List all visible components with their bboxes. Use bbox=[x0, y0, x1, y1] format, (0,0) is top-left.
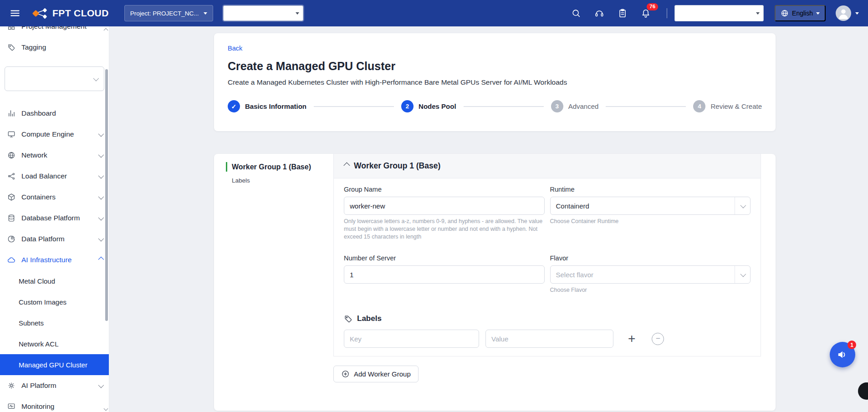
step-nodes-pool[interactable]: 2 Nodes Pool bbox=[401, 100, 456, 112]
sidebar-item-label: Dashboard bbox=[21, 109, 56, 117]
sidebar-item-compute-engine[interactable]: Compute Engine bbox=[0, 124, 109, 145]
number-of-server-label: Number of Server bbox=[344, 254, 545, 262]
search-icon[interactable] bbox=[571, 8, 582, 19]
step-review-create[interactable]: 4 Review & Create bbox=[693, 100, 762, 112]
sidebar-item-network[interactable]: Network bbox=[0, 145, 109, 166]
sidebar: Project Management Tagging Dashboard bbox=[0, 26, 109, 412]
chevron-down-icon bbox=[735, 197, 750, 214]
sidebar-item-label: Project Management bbox=[21, 26, 87, 31]
sidebar-item-label: Network bbox=[21, 151, 47, 159]
step-number: 4 bbox=[693, 100, 705, 112]
sidebar-item-data-platform[interactable]: Data Platform bbox=[0, 229, 109, 249]
chevron-down-icon bbox=[98, 152, 104, 158]
grid-icon bbox=[7, 26, 15, 31]
project-selector[interactable]: Project: PROJECT_NC... bbox=[124, 5, 213, 21]
runtime-field: Runtime Containerd Choose Container Runt… bbox=[550, 186, 751, 241]
sidebar-subitem-subnets[interactable]: Subnets bbox=[0, 312, 109, 333]
monitoring-icon bbox=[7, 402, 15, 411]
sidebar-subitem-network-acl[interactable]: Network ACL bbox=[0, 333, 109, 354]
number-of-server-input[interactable] bbox=[344, 265, 545, 284]
topbar-secondary-select[interactable] bbox=[674, 5, 764, 21]
sidebar-item-containers[interactable]: Containers bbox=[0, 187, 109, 208]
globe-icon bbox=[781, 9, 789, 17]
sidebar-item-database-platform[interactable]: Database Platform bbox=[0, 208, 109, 229]
chevron-down-icon bbox=[98, 193, 104, 199]
sidebar-item-project-management[interactable]: Project Management bbox=[0, 26, 109, 37]
main-content: Back Create a Managed GPU Cluster Create… bbox=[109, 26, 868, 412]
clipboard-icon[interactable] bbox=[617, 8, 628, 19]
sidebar-item-label: Containers bbox=[21, 193, 56, 201]
sidebar-item-load-balancer[interactable]: Load Balancer bbox=[0, 166, 109, 187]
label-key-input[interactable] bbox=[344, 330, 479, 348]
runtime-select[interactable]: Containerd bbox=[550, 197, 751, 215]
flavor-label: Flavor bbox=[550, 254, 751, 262]
fpt-cloud-logo[interactable]: FPT CLOUD bbox=[32, 6, 109, 20]
sidebar-item-ai-platform[interactable]: AI Platform bbox=[0, 375, 109, 396]
sidebar-subitem-metal-cloud[interactable]: Metal Cloud bbox=[0, 270, 109, 291]
chevron-down-icon bbox=[296, 12, 299, 15]
sidebar-subitem-label: Subnets bbox=[19, 319, 44, 327]
sidebar-scrollbar-thumb[interactable] bbox=[105, 69, 108, 321]
chevron-down-icon bbox=[98, 131, 104, 137]
wizard-header-card: Back Create a Managed GPU Cluster Create… bbox=[214, 33, 776, 131]
nodes-pool-card: Worker Group 1 (Base) Labels Worker Grou… bbox=[214, 154, 776, 411]
step-basics-information[interactable]: ✓ Basics Information bbox=[228, 100, 306, 112]
sidebar-item-tagging[interactable]: Tagging bbox=[0, 37, 109, 58]
sidebar-subitem-custom-images[interactable]: Custom Images bbox=[0, 291, 109, 312]
step-label: Advanced bbox=[568, 102, 599, 110]
flavor-placeholder: Select flavor bbox=[556, 271, 594, 279]
pie-chart-icon bbox=[7, 235, 15, 243]
worker-group-nav: Worker Group 1 (Base) Labels bbox=[214, 154, 333, 411]
chevron-down-icon bbox=[735, 266, 750, 283]
group-name-input[interactable] bbox=[344, 197, 545, 215]
chevron-down-icon bbox=[93, 75, 99, 81]
tag-icon bbox=[7, 43, 15, 51]
sidebar-filter-select[interactable] bbox=[5, 66, 104, 91]
chevron-down-icon bbox=[855, 12, 859, 15]
sidebar-subitem-label: Network ACL bbox=[19, 340, 59, 348]
language-selector[interactable]: English bbox=[775, 5, 826, 21]
circle-plus-icon bbox=[341, 370, 350, 378]
sidebar-item-monitoring[interactable]: Monitoring bbox=[0, 396, 109, 412]
chevron-down-icon bbox=[98, 173, 104, 178]
step-advanced[interactable]: 3 Advanced bbox=[551, 100, 599, 112]
sidebar-subitem-managed-gpu-cluster[interactable]: Managed GPU Cluster bbox=[0, 354, 109, 375]
sidebar-scroll-up[interactable] bbox=[104, 29, 107, 32]
megaphone-icon bbox=[837, 349, 848, 361]
worker-group-form: Group Name Only lowercase letters a-z, n… bbox=[334, 178, 761, 356]
worker-group-nav-item[interactable]: Worker Group 1 (Base) bbox=[226, 162, 333, 172]
group-name-helper-text: Only lowercase letters a-z, numbers 0-9,… bbox=[344, 218, 545, 241]
worker-group-section: Worker Group 1 (Base) Group Name Only lo… bbox=[333, 154, 761, 356]
worker-group-section-header[interactable]: Worker Group 1 (Base) bbox=[334, 154, 761, 178]
chevron-down-icon bbox=[756, 12, 760, 15]
flavor-helper-text: Choose Flavor bbox=[550, 286, 751, 294]
step-connector bbox=[314, 106, 394, 107]
remove-label-button[interactable]: − bbox=[652, 333, 664, 345]
collapse-chevron-icon bbox=[343, 162, 350, 168]
announcements-fab[interactable]: 1 bbox=[830, 342, 855, 367]
chevron-up-icon bbox=[98, 256, 104, 262]
topbar-search-select[interactable] bbox=[223, 5, 303, 21]
back-link[interactable]: Back bbox=[228, 45, 242, 52]
hamburger-menu-icon[interactable] bbox=[9, 7, 21, 19]
sidebar-item-ai-infrastructure[interactable]: AI Infrastructure bbox=[0, 249, 109, 270]
topbar-divider bbox=[667, 8, 667, 18]
monitor-icon bbox=[7, 130, 15, 138]
add-worker-group-button[interactable]: Add Worker Group bbox=[333, 366, 419, 382]
notifications-bell-icon[interactable]: 76 bbox=[640, 8, 651, 19]
flavor-select[interactable]: Select flavor bbox=[550, 265, 751, 284]
globe-icon bbox=[7, 151, 15, 159]
sidebar-scroll-down[interactable] bbox=[104, 407, 107, 410]
sidebar-item-dashboard[interactable]: Dashboard bbox=[0, 103, 109, 124]
step-number: 2 bbox=[401, 100, 414, 112]
worker-group-nav-labels[interactable]: Labels bbox=[232, 177, 333, 184]
logo-text: FPT CLOUD bbox=[52, 8, 109, 19]
add-label-button[interactable]: + bbox=[628, 332, 635, 345]
project-selector-label: Project: PROJECT_NC... bbox=[130, 10, 199, 17]
support-headset-icon[interactable] bbox=[594, 8, 605, 19]
user-menu[interactable] bbox=[836, 5, 859, 21]
chevron-down-icon bbox=[816, 12, 820, 15]
label-value-input[interactable] bbox=[485, 330, 613, 348]
sidebar-subitem-label: Managed GPU Cluster bbox=[19, 361, 87, 369]
labels-section-header: Labels bbox=[344, 314, 751, 323]
